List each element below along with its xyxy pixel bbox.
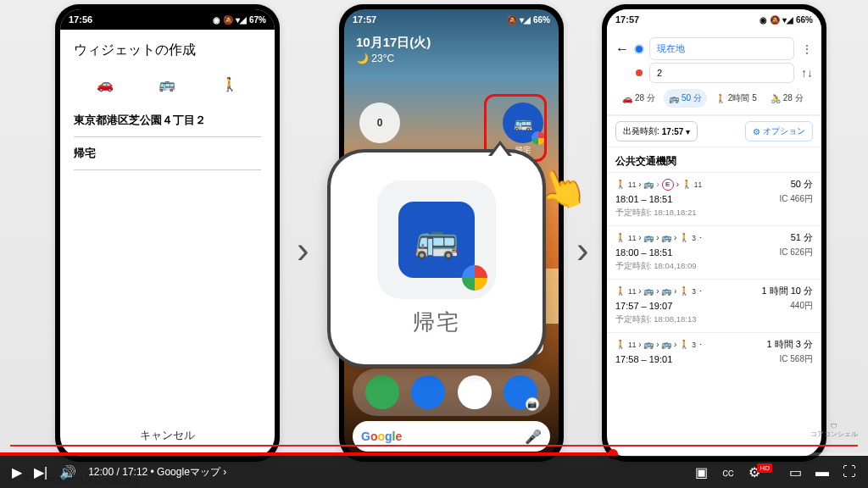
phone-maps-directions: 17:57 ◉ 🔕 ▾◢66% ← 現在地 ⋮ 2 ↑↓ 🚗 28 分 <box>602 4 826 462</box>
destination-input[interactable]: 2 <box>649 63 794 83</box>
status-time: 17:56 <box>69 14 92 25</box>
status-time: 17:57 <box>615 14 639 25</box>
play-icon[interactable]: ▶ <box>12 464 22 480</box>
dock: 📷 <box>353 369 550 416</box>
callout-label: 帰宅 <box>413 308 460 337</box>
route-item[interactable]: 🚶11 › 🚌 › 🚌 › 🚶3 ･1 時間 10 分 17:57 – 19:0… <box>607 279 821 332</box>
status-icons: ◉ 🔕 ▾◢67% <box>213 15 266 25</box>
more-icon[interactable]: ⋮ <box>801 42 813 56</box>
status-icons: 🔕 ▾◢66% <box>507 15 550 25</box>
homescreen-temp: 🌙 23°C <box>344 51 559 66</box>
section-title: 公共交通機関 <box>607 147 821 172</box>
tab-bike[interactable]: 🚴 28 分 <box>765 89 809 108</box>
google-search-bar[interactable]: Google 🎤 <box>353 421 550 452</box>
messages-app-icon[interactable] <box>411 375 445 409</box>
depart-time-chip[interactable]: 出発時刻: 17:57 ▾ <box>615 121 698 141</box>
route-item[interactable]: 🚶11 › 🚌 › E › 🚶1150 分 18:01 – 18:51IC 46… <box>607 172 821 225</box>
swap-icon[interactable]: ↑↓ <box>801 66 813 80</box>
flow-arrow-icon: › <box>297 229 309 271</box>
statusbar: 17:56 ◉ 🔕 ▾◢67% <box>60 9 275 30</box>
tutorial-redline <box>10 445 858 446</box>
statusbar: 17:57 🔕 ▾◢66% <box>344 9 559 30</box>
cancel-button[interactable]: キャンセル <box>60 428 275 443</box>
destination-dot-icon <box>636 69 643 76</box>
statusbar: 17:57 ◉ 🔕 ▾◢66% <box>607 9 821 30</box>
maps-pin-icon <box>462 265 487 291</box>
tab-transit[interactable]: 🚌 50 分 <box>664 89 707 108</box>
status-icons: ◉ 🔕 ▾◢66% <box>760 15 813 25</box>
directions-header: ← 現在地 ⋮ 2 ↑↓ 🚗 28 分 🚌 50 分 🚶 2時間 5 🚴 28 … <box>607 30 821 115</box>
transport-mode-row: 🚗 🚌 🚶 <box>74 71 261 104</box>
widget-callout: 🚌 帰宅 <box>331 152 542 364</box>
status-time: 17:57 <box>353 14 376 25</box>
mode-tabs: 🚗 28 分 🚌 50 分 🚶 2時間 5 🚴 28 分 <box>615 86 813 111</box>
flow-arrow-icon: › <box>576 229 589 271</box>
camera-app-icon[interactable]: 📷 <box>504 375 537 409</box>
origin-input[interactable]: 現在地 <box>649 37 794 60</box>
widget-preview: 🚌 <box>377 180 496 299</box>
transit-widget-icon: 🚌 <box>398 202 475 278</box>
settings-icon[interactable]: ⚙HD <box>748 464 776 480</box>
route-item[interactable]: 🚶11 › 🚌 › 🚌 › 🚶3 ･51 分 18:00 – 18:51IC 6… <box>607 225 821 279</box>
back-icon[interactable]: ← <box>615 42 629 57</box>
walk-icon[interactable]: 🚶 <box>221 76 238 92</box>
theater-icon[interactable]: ▬ <box>815 464 829 480</box>
transit-icon[interactable]: 🚌 <box>159 76 175 92</box>
phone-app-icon[interactable] <box>365 375 399 409</box>
homescreen-date: 10月17日(火) <box>344 30 559 51</box>
chrome-app-icon[interactable] <box>458 375 492 409</box>
phone-widget-create: 17:56 ◉ 🔕 ▾◢67% ウィジェットの作成 🚗 🚌 🚶 東京都港区芝公園… <box>55 4 280 462</box>
route-item[interactable]: 🚶11 › 🚌 › 🚌 › 🚶3 ･1 時間 3 分 17:58 – 19:01… <box>607 332 821 374</box>
origin-dot-icon <box>636 46 643 53</box>
widget-name-field[interactable]: 帰宅 <box>74 137 261 170</box>
miniplayer-icon[interactable]: ▭ <box>789 464 802 480</box>
volume-icon[interactable]: 🔊 <box>59 464 76 480</box>
google-logo-icon: Google <box>361 430 402 443</box>
mic-icon[interactable]: 🎤 <box>525 429 542 445</box>
video-controls: ▶ ▶| 🔊 12:00 / 17:12 • Googleマップ › ▣ ㏄ ⚙… <box>0 456 868 488</box>
destination-field[interactable]: 東京都港区芝公園４丁目２ <box>74 104 261 137</box>
fullscreen-icon[interactable]: ⛶ <box>843 464 856 480</box>
timer-widget[interactable]: 0 <box>359 103 400 143</box>
autoplay-toggle-icon[interactable]: ▣ <box>695 464 708 480</box>
video-time: 12:00 / 17:12 • Googleマップ › <box>88 465 226 480</box>
watermark-logo: 🛡コアコンシェル <box>810 424 858 439</box>
next-icon[interactable]: ▶| <box>34 464 47 480</box>
video-stage: 17:56 ◉ 🔕 ▾◢67% ウィジェットの作成 🚗 🚌 🚶 東京都港区芝公園… <box>0 0 868 488</box>
tab-walk[interactable]: 🚶 2時間 5 <box>710 89 762 108</box>
camera-badge-icon: 📷 <box>526 397 539 411</box>
page-title: ウィジェットの作成 <box>74 42 261 59</box>
tab-car[interactable]: 🚗 28 分 <box>617 89 660 108</box>
options-chip[interactable]: ⚙ オプション <box>745 121 813 141</box>
car-icon[interactable]: 🚗 <box>97 76 114 92</box>
captions-icon[interactable]: ㏄ <box>721 463 735 481</box>
